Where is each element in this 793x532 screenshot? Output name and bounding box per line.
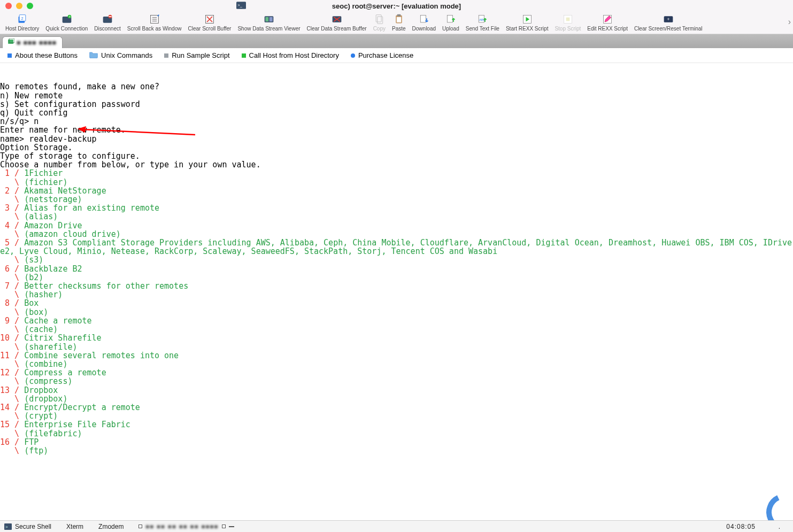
call-host-button[interactable]: Call Host from Host Directory <box>242 51 339 59</box>
purchase-license-button[interactable]: Purchase License <box>351 51 413 59</box>
terminal-option-code-line: \ (amazon cloud drive) <box>0 230 793 238</box>
terminal-line: n/s/q> n <box>0 117 793 126</box>
option-code: (ftp) <box>24 446 48 456</box>
svg-rect-18 <box>378 17 383 24</box>
quick-connection-label: Quick Connection <box>45 26 88 32</box>
svg-rect-23 <box>447 16 452 22</box>
terminal-tab[interactable]: ■ ■■■ ■■■■ <box>2 36 63 48</box>
send-text-button[interactable]: ABCSend Text File <box>463 12 503 34</box>
quick-buttons-bar: About these Buttons Unix Commands Run Sa… <box>0 48 793 63</box>
clear-reset-icon: + <box>663 14 674 25</box>
disconnect-button[interactable]: Disconnect <box>91 12 124 34</box>
status-divider <box>229 526 234 527</box>
status-time: 04:08:05 <box>726 523 756 530</box>
upload-label: Upload <box>442 26 459 32</box>
start-rexx-label: Start REXX Script <box>506 26 548 32</box>
svg-text:>_: >_ <box>237 3 242 7</box>
copy-icon <box>374 14 384 25</box>
call-host-label: Call Host from Host Directory <box>249 51 339 59</box>
terminal-option-code-line: \ (ftp) <box>0 446 793 455</box>
terminal-option-line: 8 / Box <box>0 299 793 307</box>
svg-text:+: + <box>667 17 669 22</box>
stop-script-label: Stop Script <box>555 26 581 32</box>
terminal-line: Choose a number from below, or type in y… <box>0 160 793 169</box>
terminal-option-code-line: \ (fichier) <box>0 178 793 187</box>
terminal-line: n) New remote <box>0 91 793 100</box>
unix-commands-label: Unix Commands <box>101 51 152 59</box>
host-directory-button[interactable]: 2Host Directory <box>2 12 42 34</box>
clear-dsb-button[interactable]: Clear Data Stream Buffer <box>304 12 370 34</box>
show-dsv-label: Show Data Stream Viewer <box>237 26 300 32</box>
circle-bullet-icon <box>351 53 355 58</box>
terminal-viewport[interactable]: No remotes found, make a new one?n) New … <box>0 63 793 520</box>
window-controls <box>0 3 33 9</box>
status-led <box>138 525 142 528</box>
terminal-option-line: 2 / Akamai NetStorage <box>0 187 793 195</box>
zoom-window-button[interactable] <box>27 3 33 9</box>
minimize-window-button[interactable] <box>16 3 22 9</box>
terminal-option-code-line: \ (cache) <box>0 325 793 334</box>
terminal-option-line: 6 / Backblaze B2 <box>0 265 793 273</box>
terminal-option-code-line: \ (compress) <box>0 377 793 385</box>
svg-rect-17 <box>376 15 381 22</box>
terminal-option-code-line: \ (combine) <box>0 360 793 368</box>
toolbar-overflow-icon[interactable]: › <box>788 17 791 27</box>
close-window-button[interactable] <box>5 3 12 9</box>
edit-rexx-label: Edit REXX Script <box>587 26 628 32</box>
quick-connection-icon: + <box>61 14 72 25</box>
scroll-back-window-button[interactable]: Scroll Back as Window <box>124 12 185 34</box>
edit-rexx-button[interactable]: Edit REXX Script <box>584 12 631 34</box>
square-bullet-icon <box>7 53 12 58</box>
clear-dsb-label: Clear Data Stream Buffer <box>307 26 367 32</box>
clear-reset-button[interactable]: +Clear Screen/Reset Terminal <box>631 12 706 34</box>
host-directory-icon: 2 <box>17 14 28 25</box>
send-text-label: Send Text File <box>466 26 499 32</box>
clear-scroll-buffer-label: Clear Scroll Buffer <box>188 26 231 32</box>
scroll-back-window-label: Scroll Back as Window <box>127 26 182 32</box>
run-sample-script-button[interactable]: Run Sample Script <box>164 51 229 59</box>
status-emulation: Xterm <box>66 523 83 530</box>
status-led <box>222 525 226 528</box>
stop-script-button[interactable]: Stop Script <box>551 12 584 34</box>
recaptcha-badge <box>756 483 793 520</box>
purchase-label: Purchase License <box>358 51 413 59</box>
status-bar: > Secure Shell Xterm Zmodem ■■ ■■ ■■ ■■ … <box>0 520 793 532</box>
paste-label: Paste <box>392 26 406 32</box>
paste-button[interactable]: Paste <box>389 12 409 34</box>
option-backslash: \ <box>0 446 24 456</box>
unix-commands-button[interactable]: Unix Commands <box>89 51 152 60</box>
status-shell-label: Secure Shell <box>15 523 51 530</box>
terminal-option-line: 10 / Citrix Sharefile <box>0 334 793 342</box>
window-title: seoc) root@server:~ [evaluation mode] <box>332 2 461 10</box>
status-shell: > Secure Shell <box>4 523 51 530</box>
show-dsv-icon <box>264 14 274 25</box>
status-leds-obscured: ■■ ■■ ■■ ■■ ■■ ■■■■ <box>145 523 218 529</box>
show-dsv-button[interactable]: Show Data Stream Viewer <box>234 12 303 34</box>
download-icon <box>419 14 429 25</box>
svg-rect-29 <box>566 18 570 21</box>
terminal-option-line: 12 / Compress a remote <box>0 368 793 377</box>
quick-connection-button[interactable]: +Quick Connection <box>42 12 91 34</box>
terminal-line: q) Quit config <box>0 109 793 117</box>
square-bullet-icon <box>164 53 168 58</box>
clear-reset-label: Clear Screen/Reset Terminal <box>634 26 703 32</box>
edit-rexx-icon <box>602 14 613 25</box>
terminal-icon: > <box>4 523 12 530</box>
paste-icon <box>394 14 404 25</box>
copy-button[interactable]: Copy <box>370 12 389 34</box>
status-emu-label: Xterm <box>66 523 83 530</box>
clear-scroll-buffer-button[interactable]: Clear Scroll Buffer <box>184 12 234 34</box>
start-rexx-button[interactable]: Start REXX Script <box>503 12 551 34</box>
titlebar: >_ seoc) root@server:~ [evaluation mode] <box>0 0 793 12</box>
terminal-option-code-line: \ (alias) <box>0 212 793 221</box>
upload-button[interactable]: Upload <box>439 12 463 34</box>
svg-text:2: 2 <box>21 16 23 21</box>
disconnect-label: Disconnect <box>94 26 120 32</box>
upload-icon <box>445 14 456 25</box>
tab-label-obscured: ■ ■■■ ■■■■ <box>17 39 57 47</box>
about-buttons-button[interactable]: About these Buttons <box>7 51 78 59</box>
status-transfer: Zmodem <box>98 523 124 530</box>
status-transfer-label: Zmodem <box>98 523 124 530</box>
download-button[interactable]: Download <box>409 12 439 34</box>
clear-dsb-icon <box>332 14 342 25</box>
